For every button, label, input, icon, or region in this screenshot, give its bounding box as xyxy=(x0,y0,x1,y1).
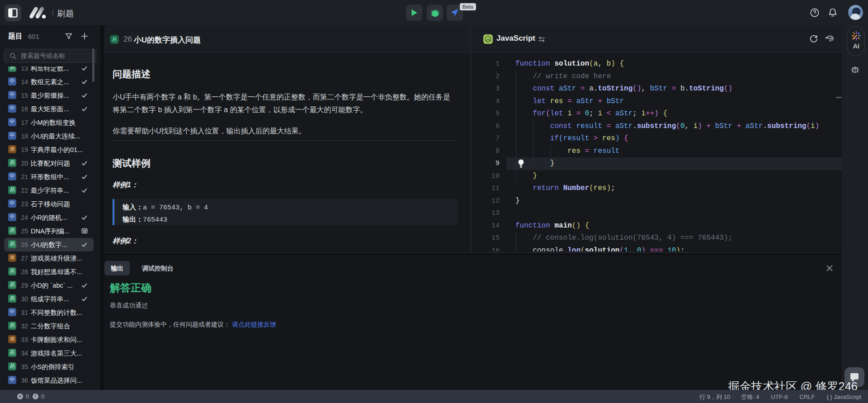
svg-text:JS: JS xyxy=(486,38,491,42)
